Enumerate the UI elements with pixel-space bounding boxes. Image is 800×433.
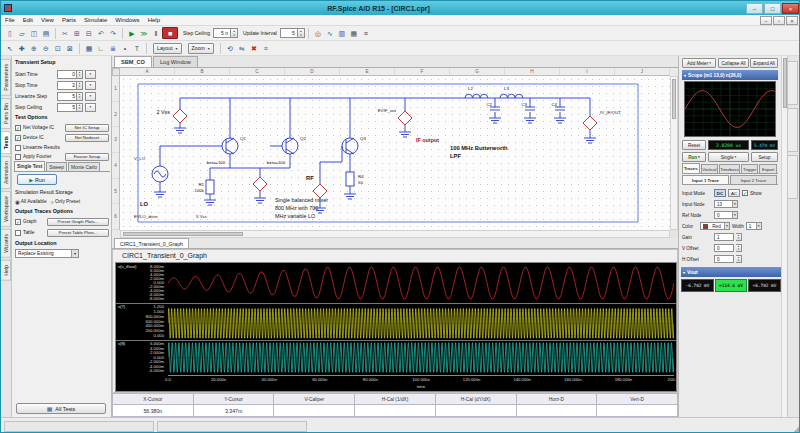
stop-time-spinner[interactable] [77,81,83,90]
all-tests-button[interactable]: All Tests [16,403,106,414]
dock-tab-workspace[interactable]: Workspace [1,191,11,227]
linearize-results-checkbox[interactable] [15,145,21,151]
scope-icon[interactable]: ∿ [324,27,336,39]
mdi-restore-button[interactable]: ▫ [773,16,785,25]
mdi-close-button[interactable]: × [786,16,798,25]
add-meter-button[interactable]: Add Meter [682,58,716,68]
dock-tab-parts-bin[interactable]: Parts Bin [1,98,11,129]
step-ceiling-input[interactable]: 5 n [213,28,238,38]
tab-input2-trace[interactable]: Input 2 Trace [730,175,777,184]
report-icon[interactable]: ≡ [360,27,372,39]
h-offset-spinner[interactable] [736,255,742,263]
device-ic-checkbox[interactable]: ✓ [15,135,21,141]
pause-icon[interactable]: ‖ [150,27,162,39]
tab-log-window[interactable]: Log Window [153,56,198,67]
layout-dropdown[interactable]: Layout [153,43,182,54]
width-select[interactable]: 1 [746,222,762,230]
stop-time-unit-select[interactable] [85,81,96,90]
tab-schematic[interactable]: SBM_CO [114,56,152,67]
menu-view[interactable]: View [37,17,58,23]
print-icon[interactable]: ▤ [40,27,52,39]
tab-input1-trace[interactable]: Input 1 Trace [682,175,729,184]
properties-icon[interactable]: ≡ [260,42,272,54]
vout-meter-header[interactable]: Vout [681,267,781,277]
zoom-in-icon[interactable]: ⊕ [28,42,40,54]
output-location-select[interactable]: Replace Existing [15,249,79,258]
show-checkbox[interactable]: ✓ [742,190,748,196]
table-icon[interactable]: ▦ [348,27,360,39]
tab-monte-carlo[interactable]: Monte Carlo [68,162,100,171]
copy-icon[interactable]: ⊞ [71,27,83,39]
stop-icon[interactable]: ■ [162,27,178,39]
select-arrow-icon[interactable]: ↖ [4,42,16,54]
paste-icon[interactable]: ⊟ [83,27,95,39]
h-offset-input[interactable]: 0 [714,255,734,263]
gain-input[interactable]: 1 [714,233,734,241]
net-nodeset-button[interactable]: Net Nodeset [65,134,109,142]
open-file-icon[interactable]: ▱ [16,27,28,39]
step-ceiling-value[interactable]: 5 n [213,28,231,38]
bus-icon[interactable]: ≣ [107,42,119,54]
graph-plot-area[interactable]: time v(v_if/out)8.000m6.000m4.000m2.000m… [115,262,677,392]
input-node-select[interactable]: 13 [714,200,738,208]
dc-button[interactable]: DC [714,189,726,197]
start-time-input[interactable]: 0 [57,70,77,79]
ac-button[interactable]: AC [728,189,740,197]
mdi-minimize-button[interactable]: – [760,16,772,25]
save-file-icon[interactable]: ◫ [28,27,40,39]
schematic-canvas[interactable]: 2 VssQ1Q2Q3beta=100beta=100V_LOLOR1100kR… [120,76,670,230]
right-dock-tab[interactable] [788,108,798,152]
menu-simulate[interactable]: Simulate [80,17,111,23]
tab-export[interactable]: Export [759,164,777,173]
update-interval-value[interactable]: 5 [280,28,298,38]
schematic-vertical-scrollbar[interactable] [670,76,678,230]
v-offset-spinner[interactable] [736,244,742,252]
run-all-icon[interactable]: ≫ [138,27,150,39]
tab-sweep[interactable]: Sweep [46,162,67,171]
zoom-dropdown[interactable]: Zoom [188,43,214,54]
zoom-window-icon[interactable]: ⊡ [52,42,64,54]
step-ceiling-spinner[interactable] [231,28,238,38]
tab-transient-graph[interactable]: CIRC1_Transient_0_Graph [114,238,189,248]
run-button[interactable]: Run [17,174,57,185]
scope-reset-button[interactable]: Reset [682,140,706,150]
rotate-icon[interactable]: ⟲ [224,42,236,54]
step-ceiling-field-input[interactable]: 5 [57,103,77,112]
maximize-button[interactable]: □ [764,3,781,14]
stop-time-input[interactable]: 2 [57,81,77,90]
right-dock-tab[interactable] [788,61,798,105]
text-icon[interactable]: T [131,42,143,54]
menu-file[interactable]: File [1,17,19,23]
scope-run-button[interactable]: Run [682,152,706,162]
update-interval-spinner[interactable] [298,28,305,38]
zoom-fit-icon[interactable]: ⊠ [64,42,76,54]
delete-icon[interactable]: ✖ [248,42,260,54]
tab-traces[interactable]: Traces [682,163,700,173]
new-file-icon[interactable]: ▯ [4,27,16,39]
dock-tab-help[interactable]: Help [1,260,11,281]
tab-single-test[interactable]: Single Test [14,161,45,171]
start-time-spinner[interactable] [77,70,83,79]
run-icon[interactable]: ▶ [126,27,138,39]
title-bar[interactable]: RF.Spice A/D R15 - [CIRC1.cpr] –□× [1,1,800,15]
only-preset-radio[interactable]: ○ [51,199,54,205]
voltmeter-icon[interactable]: ◎ [312,27,324,39]
grid-icon[interactable]: ▦ [83,42,95,54]
undo-icon[interactable]: ↶ [95,27,107,39]
chart-icon[interactable]: ▥ [336,27,348,39]
preset-table-plots-button[interactable]: Preset Table Plots... [47,229,109,237]
junction-icon[interactable]: • [119,42,131,54]
dock-tab-animation[interactable]: Animation [1,156,11,189]
linearize-step-input[interactable]: 5 [57,92,77,101]
step-ceiling-field-spinner[interactable] [77,103,83,112]
update-interval-input[interactable]: 5 [280,28,305,38]
scope-single-button[interactable]: Single [708,152,749,162]
resize-grip[interactable]: ◢ [794,424,800,433]
schematic-horizontal-scrollbar[interactable] [120,230,670,238]
tab-timebase[interactable]: Timebase [719,164,740,173]
wire-icon[interactable]: ∟ [95,42,107,54]
close-button[interactable]: × [782,3,799,14]
scope-setup-button[interactable]: Setup [751,152,778,162]
tab-vertical[interactable]: Vertical [701,164,719,173]
linearize-step-unit-select[interactable] [85,92,96,101]
